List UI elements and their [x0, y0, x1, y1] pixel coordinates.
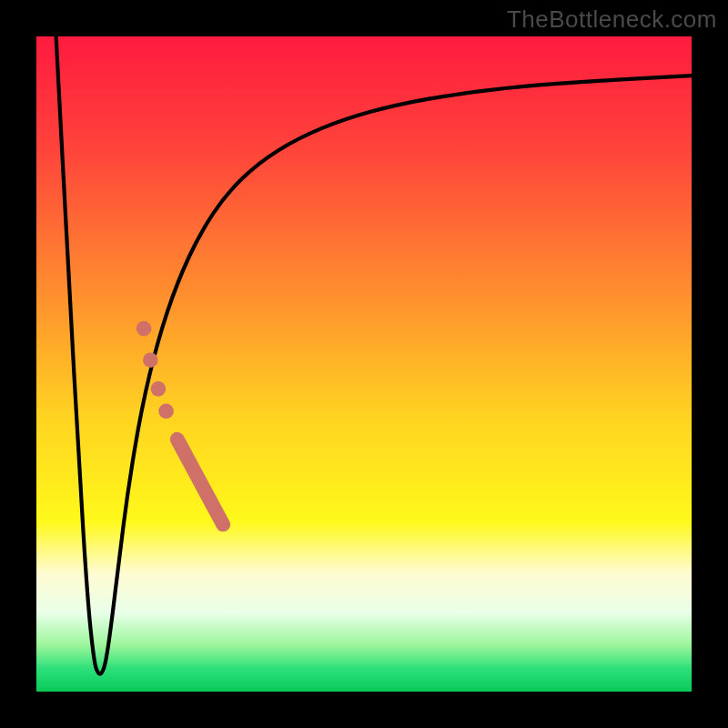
plot-area: [36, 36, 692, 692]
marker-dot: [143, 352, 158, 368]
marker-dot: [158, 404, 174, 420]
marker-dot: [136, 321, 152, 337]
attribution-text: TheBottleneck.com: [507, 5, 717, 34]
marker-bar: [177, 440, 223, 525]
chart-frame: TheBottleneck.com: [0, 0, 728, 728]
curve-markers: [136, 321, 223, 525]
marker-dot: [151, 381, 167, 397]
curve-layer: [36, 36, 692, 692]
